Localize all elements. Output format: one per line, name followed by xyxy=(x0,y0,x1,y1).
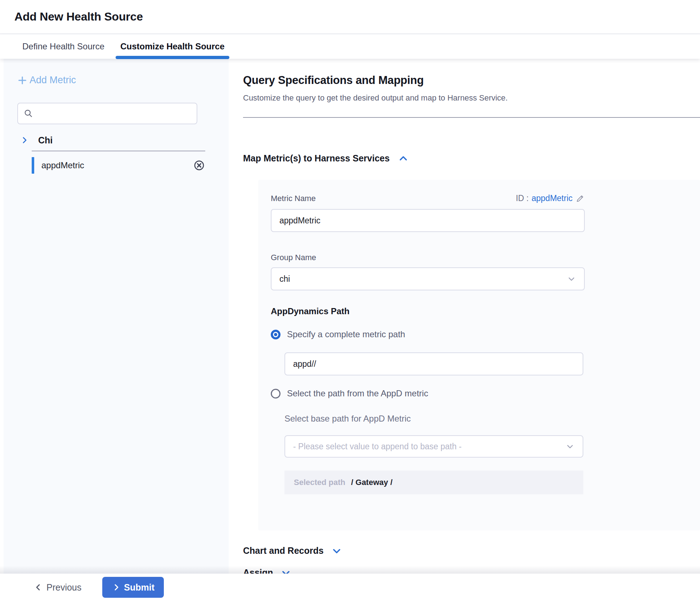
search-icon xyxy=(24,109,33,118)
section-subtitle: Customize the query to get the desired o… xyxy=(243,93,700,103)
assign-section-header: Assign xyxy=(243,567,700,574)
section-heading: Query Specifications and Mapping xyxy=(243,74,700,87)
radio-unselected-icon[interactable] xyxy=(271,389,281,399)
base-path-placeholder: - Please select value to append to base … xyxy=(293,442,462,451)
chevron-down-icon xyxy=(281,568,291,574)
tab-bar: Define Health Source Customize Health So… xyxy=(0,34,700,59)
sidebar-group-chi[interactable]: Chi xyxy=(17,135,215,146)
collapse-section-button[interactable] xyxy=(398,153,408,164)
selected-path-label: Selected path xyxy=(294,478,345,487)
expand-assign-button[interactable] xyxy=(281,568,291,574)
metric-name-header: Metric Name ID : appdMetric xyxy=(271,193,585,203)
chevron-right-icon xyxy=(112,583,120,592)
metric-search-box xyxy=(17,103,197,124)
chevron-down-icon xyxy=(332,546,342,556)
tab-define-health-source[interactable]: Define Health Source xyxy=(22,34,104,59)
map-metrics-title: Map Metric(s) to Harness Services xyxy=(243,153,390,164)
selected-path-value: / Gateway / xyxy=(351,478,392,487)
tab-label: Define Health Source xyxy=(22,41,104,52)
add-health-source-page: Add New Health Source Define Health Sour… xyxy=(0,0,700,601)
edit-pencil-icon[interactable] xyxy=(575,194,585,203)
chevron-right-icon[interactable] xyxy=(20,136,29,144)
circle-x-icon xyxy=(193,159,205,172)
metrics-sidebar: Add Metric Chi appdMetric xyxy=(4,59,229,574)
base-path-label: Select base path for AppD Metric xyxy=(284,414,700,424)
map-metrics-card: Metric Name ID : appdMetric Group Name c… xyxy=(258,180,700,530)
radio-select-path-label: Select the path from the AppD metric xyxy=(287,388,428,399)
footer-bar: Previous Submit xyxy=(0,574,700,601)
radio-complete-path-label: Specify a complete metric path xyxy=(287,329,405,339)
metric-name-label: Metric Name xyxy=(271,194,316,203)
radio-select-appd-path[interactable]: Select the path from the AppD metric xyxy=(271,388,700,399)
chevron-down-icon xyxy=(565,442,575,451)
page-title: Add New Health Source xyxy=(14,10,143,23)
chart-records-title: Chart and Records xyxy=(243,546,324,556)
complete-metric-path-input[interactable] xyxy=(284,352,583,375)
selected-path-row: Selected path / Gateway / xyxy=(284,471,583,494)
plus-icon xyxy=(17,75,27,85)
selected-indicator-bar xyxy=(32,157,34,174)
chevron-left-icon xyxy=(34,583,43,592)
metric-id-row: ID : appdMetric xyxy=(516,193,585,203)
tab-label: Customize Health Source xyxy=(120,41,224,52)
metric-id-link[interactable]: appdMetric xyxy=(531,193,573,203)
map-metrics-section-header: Map Metric(s) to Harness Services xyxy=(243,153,700,164)
appdynamics-path-title: AppDynamics Path xyxy=(271,306,700,316)
delete-metric-button[interactable] xyxy=(193,159,205,172)
heading-divider xyxy=(243,117,700,118)
metric-name-input[interactable] xyxy=(271,209,585,232)
group-divider xyxy=(32,151,205,151)
submit-button[interactable]: Submit xyxy=(102,577,164,598)
tab-customize-health-source[interactable]: Customize Health Source xyxy=(120,34,224,59)
add-metric-button[interactable]: Add Metric xyxy=(17,75,76,86)
group-name: Chi xyxy=(38,135,53,146)
page-header: Add New Health Source xyxy=(0,0,700,34)
page-body: Add Metric Chi appdMetric xyxy=(0,59,700,574)
metric-item-label: appdMetric xyxy=(41,160,193,170)
assign-title: Assign xyxy=(243,567,273,574)
chart-records-section-header: Chart and Records xyxy=(243,546,700,556)
previous-label: Previous xyxy=(46,582,81,593)
previous-button[interactable]: Previous xyxy=(34,582,81,593)
group-name-select[interactable]: chi xyxy=(271,267,585,290)
chevron-up-icon xyxy=(398,153,408,164)
search-input[interactable] xyxy=(37,108,191,119)
id-prefix-label: ID : xyxy=(516,193,529,203)
base-path-select[interactable]: - Please select value to append to base … xyxy=(284,435,583,458)
sidebar-metric-item[interactable]: appdMetric xyxy=(32,157,205,174)
query-spec-panel: Query Specifications and Mapping Customi… xyxy=(229,59,700,574)
radio-selected-icon[interactable] xyxy=(271,330,281,339)
submit-label: Submit xyxy=(124,582,154,593)
expand-chart-records-button[interactable] xyxy=(332,546,342,556)
group-name-label: Group Name xyxy=(271,253,700,262)
radio-complete-metric-path[interactable]: Specify a complete metric path xyxy=(271,329,700,339)
chevron-down-icon xyxy=(567,274,576,284)
group-name-value: chi xyxy=(279,274,290,284)
add-metric-label: Add Metric xyxy=(30,75,76,86)
